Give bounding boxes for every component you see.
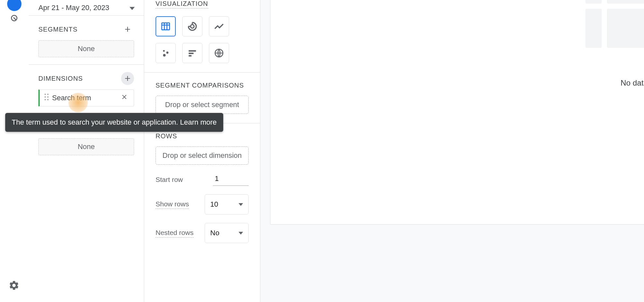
explore-icon[interactable] — [9, 13, 20, 25]
viz-scatter-button[interactable] — [156, 43, 176, 63]
svg-point-6 — [47, 99, 48, 100]
svg-rect-17 — [189, 55, 192, 56]
dimension-chip-search-term[interactable]: Search term — [38, 89, 134, 106]
no-data-message: No data availabl — [621, 78, 644, 88]
nested-rows-select[interactable]: No — [205, 223, 249, 243]
add-dimension-button[interactable] — [121, 72, 134, 85]
svg-point-11 — [191, 25, 194, 28]
svg-point-3 — [45, 96, 46, 98]
dropdown-icon — [130, 4, 135, 12]
app-circle-icon[interactable] — [7, 0, 21, 11]
date-range-selector[interactable]: Apr 21 - May 20, 2023 — [29, 0, 144, 16]
add-segment-button[interactable] — [121, 23, 134, 36]
dimensions-section: DIMENSIONS Search term — [29, 65, 144, 111]
dimensions-title: DIMENSIONS — [38, 75, 83, 82]
viz-donut-button[interactable] — [182, 16, 202, 36]
variables-panel: Apr 21 - May 20, 2023 SEGMENTS None DIME… — [29, 0, 144, 302]
nav-rail — [0, 0, 29, 302]
svg-point-13 — [166, 51, 169, 54]
show-rows-value: 10 — [210, 200, 218, 209]
svg-point-14 — [163, 54, 166, 57]
svg-rect-15 — [189, 50, 196, 51]
canvas-area: No data availabl — [270, 0, 644, 225]
segments-title: SEGMENTS — [38, 26, 77, 33]
rows-section: ROWS Drop or select dimension Start row … — [144, 123, 260, 246]
dropdown-icon — [239, 203, 243, 206]
rows-title: ROWS — [156, 132, 177, 140]
dimension-dropzone[interactable]: Drop or select dimension — [156, 146, 249, 165]
segments-empty[interactable]: None — [38, 40, 134, 57]
remove-dimension-button[interactable] — [121, 93, 128, 103]
segments-section: SEGMENTS None — [29, 16, 144, 65]
viz-geo-button[interactable] — [209, 43, 229, 63]
date-range-value: Apr 21 - May 20, 2023 — [38, 4, 109, 12]
metrics-empty[interactable]: None — [38, 138, 134, 155]
svg-rect-16 — [189, 53, 194, 54]
show-rows-select[interactable]: 10 — [205, 194, 249, 214]
segment-comparisons-title: SEGMENT COMPARISONS — [156, 82, 244, 89]
dropdown-icon — [239, 232, 243, 235]
visualization-section: VISUALIZATION — [144, 0, 260, 73]
segment-dropzone[interactable]: Drop or select segment — [156, 96, 249, 114]
settings-panel: VISUALIZATION SEGMENT COMPARISONS — [144, 0, 260, 302]
tooltip: The term used to search your website or … — [5, 113, 223, 132]
svg-point-2 — [47, 94, 48, 95]
drag-handle-icon[interactable] — [44, 93, 49, 103]
svg-point-1 — [45, 94, 46, 95]
show-rows-label: Show rows — [156, 200, 189, 209]
visualization-title: VISUALIZATION — [156, 0, 208, 8]
viz-line-button[interactable] — [209, 16, 229, 36]
svg-point-5 — [45, 99, 46, 100]
dimension-chip-label: Search term — [52, 94, 121, 102]
nested-rows-label: Nested rows — [156, 229, 194, 238]
start-row-label: Start row — [156, 176, 183, 184]
table-placeholder-icon — [585, 0, 644, 53]
start-row-input[interactable] — [213, 173, 249, 186]
viz-bar-button[interactable] — [182, 43, 202, 63]
svg-rect-7 — [162, 23, 170, 30]
svg-point-12 — [163, 50, 165, 52]
viz-table-button[interactable] — [156, 16, 176, 36]
gear-icon[interactable] — [8, 280, 20, 292]
svg-point-4 — [47, 96, 48, 98]
nested-rows-value: No — [210, 229, 219, 237]
